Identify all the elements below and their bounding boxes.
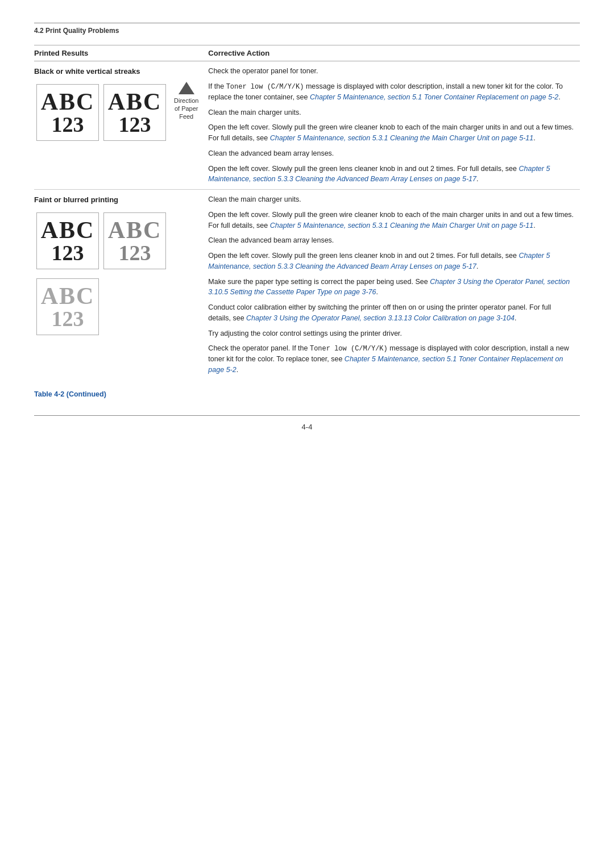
abc-box-5: ABC 123 — [36, 278, 99, 335]
corrective-para: Clean the main charger units. — [208, 194, 575, 205]
section-header: 4.2 Print Quality Problems — [34, 27, 580, 35]
corrective-para: Open the left cover. Slowly pull the gre… — [208, 164, 575, 185]
corrective-para: Check the operator panel for toner. — [208, 66, 575, 77]
page-number: 4-4 — [34, 423, 580, 431]
abc-num-2: 123 — [119, 114, 151, 135]
abc-text-4: ABC — [108, 218, 162, 242]
abc-text-1: ABC — [41, 90, 95, 114]
issue-cell-2: Faint or blurred printing ABC 123 ABC 12… — [34, 190, 208, 380]
top-rule — [34, 23, 580, 23]
corrective-para: Try adjusting the color control settings… — [208, 328, 575, 339]
corrective-para: Conduct color calibration either by swit… — [208, 302, 575, 324]
abc-row-2: ABC 123 ABC 123 — [34, 210, 204, 272]
table-row: Faint or blurred printing ABC 123 ABC 12… — [34, 190, 580, 380]
corrective-para: Clean the advanced beam array lenses. — [208, 148, 575, 159]
link-text[interactable]: Chapter 5 Maintenance, section 5.3.1 Cle… — [270, 134, 533, 142]
abc-row-1: ABC 123 ABC 123 — [34, 82, 168, 143]
corrective-para: Clean the advanced beam array lenses. — [208, 235, 575, 246]
issue-label-1: Black or white vertical streaks — [34, 66, 204, 77]
corrective-para: Check the operator panel. If the Toner l… — [208, 343, 575, 375]
abc-text-2: ABC — [108, 90, 162, 114]
table-row: Black or white vertical streaks ABC 123 … — [34, 61, 580, 190]
direction-label: Direction of Paper Feed — [174, 82, 198, 121]
direction-line1: Direction — [174, 97, 198, 105]
corrective-para: Open the left cover. Slowly pull the gre… — [208, 210, 575, 231]
abc-text-3: ABC — [41, 218, 95, 242]
col-header-left: Printed Results — [34, 45, 208, 61]
abc-text-5: ABC — [41, 284, 95, 308]
link-text[interactable]: Chapter 5 Maintenance, section 5.3.1 Cle… — [270, 222, 533, 229]
abc-num-4: 123 — [119, 242, 151, 264]
direction-line2: of Paper — [175, 105, 198, 112]
link-text[interactable]: Chapter 5 Maintenance, section 5.3.3 Cle… — [208, 165, 550, 183]
abc-num-5: 123 — [52, 308, 84, 329]
corrective-para: Make sure the paper type setting is corr… — [208, 277, 575, 298]
abc-box-4: ABC 123 — [103, 212, 166, 269]
link-text[interactable]: Chapter 5 Maintenance, section 5.1 Toner… — [208, 355, 563, 374]
abc-box-2: ABC 123 — [103, 84, 166, 141]
mono-text: Toner low (C/M/Y/K) — [310, 345, 388, 353]
link-text[interactable]: Chapter 3 Using the Operator Panel, sect… — [246, 314, 515, 322]
abc-box-1: ABC 123 — [36, 84, 99, 141]
direction-line3: Feed — [179, 112, 193, 120]
abc-box-3: ABC 123 — [36, 212, 99, 269]
table-caption: Table 4-2 (Continued) — [34, 390, 580, 398]
abc-num-3: 123 — [52, 242, 84, 264]
corrective-para: If the Toner low (C/M/Y/K) message is di… — [208, 81, 575, 103]
issue-label-2: Faint or blurred printing — [34, 194, 204, 206]
corrective-cell-1: Check the operator panel for toner. If t… — [208, 61, 580, 190]
link-text[interactable]: Chapter 5 Maintenance, section 5.1 Toner… — [310, 93, 558, 101]
link-text[interactable]: Chapter 3 Using the Operator Panel, sect… — [208, 278, 570, 297]
page: 4.2 Print Quality Problems Printed Resul… — [0, 0, 614, 868]
corrective-para: Open the left cover. Slowly pull the gre… — [208, 251, 575, 272]
issue-cell-1: Black or white vertical streaks ABC 123 … — [34, 61, 208, 190]
bottom-rule — [34, 415, 580, 416]
mono-text: Toner low (C/M/Y/K) — [226, 83, 304, 91]
abc-box-solo-wrapper: ABC 123 — [34, 276, 204, 337]
arrow-up-icon — [179, 82, 194, 94]
abc-illustration-1: ABC 123 ABC 123 Direction — [34, 82, 204, 148]
link-text[interactable]: Chapter 5 Maintenance, section 5.3.3 Cle… — [208, 252, 550, 270]
corrective-para: Clean the main charger units. — [208, 107, 575, 118]
main-table: Printed Results Corrective Action Black … — [34, 45, 580, 380]
corrective-para: Open the left cover. Slowly pull the gre… — [208, 122, 575, 144]
abc-num-1: 123 — [52, 114, 84, 135]
corrective-cell-2: Clean the main charger units. Open the l… — [208, 190, 580, 380]
col-header-right: Corrective Action — [208, 45, 580, 61]
